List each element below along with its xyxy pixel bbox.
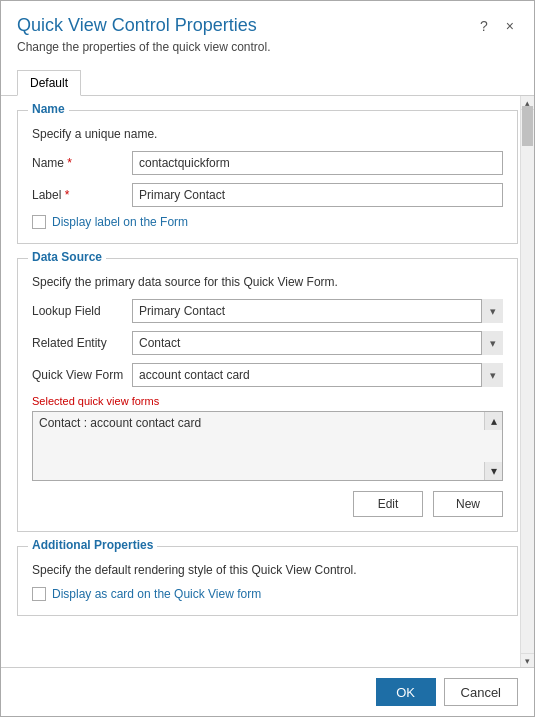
label-input[interactable] (132, 183, 503, 207)
selected-forms-box: Contact : account contact card ▴ ▾ (32, 411, 503, 481)
title-actions: ? × (476, 16, 518, 36)
display-card-row: Display as card on the Quick View form (32, 587, 503, 601)
name-label: Name * (32, 156, 132, 170)
name-input[interactable] (132, 151, 503, 175)
lookup-field-row: Lookup Field Primary Contact (32, 299, 503, 323)
tab-bar: Default (1, 60, 534, 96)
datasource-section-legend: Data Source (28, 250, 106, 264)
dialog-subtitle: Change the properties of the quick view … (17, 40, 518, 54)
datasource-buttons: Edit New (32, 491, 503, 517)
selected-forms-scroll-up[interactable]: ▴ (484, 412, 502, 430)
related-entity-select-wrapper: Contact (132, 331, 503, 355)
edit-button[interactable]: Edit (353, 491, 423, 517)
name-row: Name * (32, 151, 503, 175)
display-label-row: Display label on the Form (32, 215, 503, 229)
related-entity-select[interactable]: Contact (132, 331, 503, 355)
lookup-field-label: Lookup Field (32, 304, 132, 318)
scrollbar[interactable]: ▴ ▾ (520, 96, 534, 667)
selected-forms-label: Selected quick view forms (32, 395, 503, 407)
scrollbar-arrow-down[interactable]: ▾ (521, 653, 534, 667)
lookup-field-select-wrapper: Primary Contact (132, 299, 503, 323)
quick-view-form-select[interactable]: account contact card (132, 363, 503, 387)
cancel-button[interactable]: Cancel (444, 678, 518, 706)
name-section-desc: Specify a unique name. (32, 127, 503, 141)
selected-forms-scroll-down[interactable]: ▾ (484, 462, 502, 480)
dialog-body-outer: Name Specify a unique name. Name * Label… (1, 96, 534, 667)
name-section-legend: Name (28, 102, 69, 116)
additional-section: Additional Properties Specify the defaul… (17, 546, 518, 616)
close-button[interactable]: × (502, 16, 518, 36)
quick-view-form-select-wrapper: account contact card (132, 363, 503, 387)
display-card-checkbox[interactable] (32, 587, 46, 601)
additional-section-desc: Specify the default rendering style of t… (32, 563, 503, 577)
dialog-body: Name Specify a unique name. Name * Label… (1, 96, 534, 644)
ok-button[interactable]: OK (376, 678, 436, 706)
title-bar: Quick View Control Properties ? × Change… (1, 1, 534, 60)
label-label: Label * (32, 188, 132, 202)
name-required-star: * (67, 156, 72, 170)
related-entity-row: Related Entity Contact (32, 331, 503, 355)
display-card-text[interactable]: Display as card on the Quick View form (52, 587, 261, 601)
quick-view-form-label: Quick View Form (32, 368, 132, 382)
label-required-star: * (65, 188, 70, 202)
tab-default[interactable]: Default (17, 70, 81, 96)
quick-view-form-row: Quick View Form account contact card (32, 363, 503, 387)
display-label-checkbox[interactable] (32, 215, 46, 229)
lookup-field-select[interactable]: Primary Contact (132, 299, 503, 323)
dialog: Quick View Control Properties ? × Change… (0, 0, 535, 717)
related-entity-label: Related Entity (32, 336, 132, 350)
scrollbar-thumb[interactable] (522, 106, 533, 146)
selected-forms-item: Contact : account contact card (39, 416, 201, 430)
footer: OK Cancel (1, 667, 534, 716)
new-button[interactable]: New (433, 491, 503, 517)
display-label-text[interactable]: Display label on the Form (52, 215, 188, 229)
label-row: Label * (32, 183, 503, 207)
dialog-title: Quick View Control Properties (17, 15, 257, 36)
additional-section-legend: Additional Properties (28, 538, 157, 552)
help-button[interactable]: ? (476, 16, 492, 36)
name-section: Name Specify a unique name. Name * Label… (17, 110, 518, 244)
datasource-section: Data Source Specify the primary data sou… (17, 258, 518, 532)
datasource-section-desc: Specify the primary data source for this… (32, 275, 503, 289)
